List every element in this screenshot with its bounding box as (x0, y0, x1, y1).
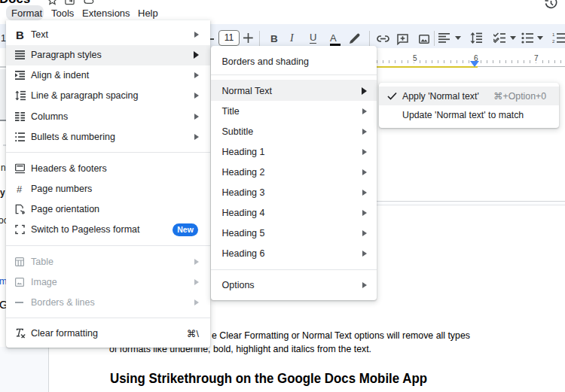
svg-text:2: 2 (552, 39, 555, 44)
svg-text:1: 1 (552, 32, 555, 37)
